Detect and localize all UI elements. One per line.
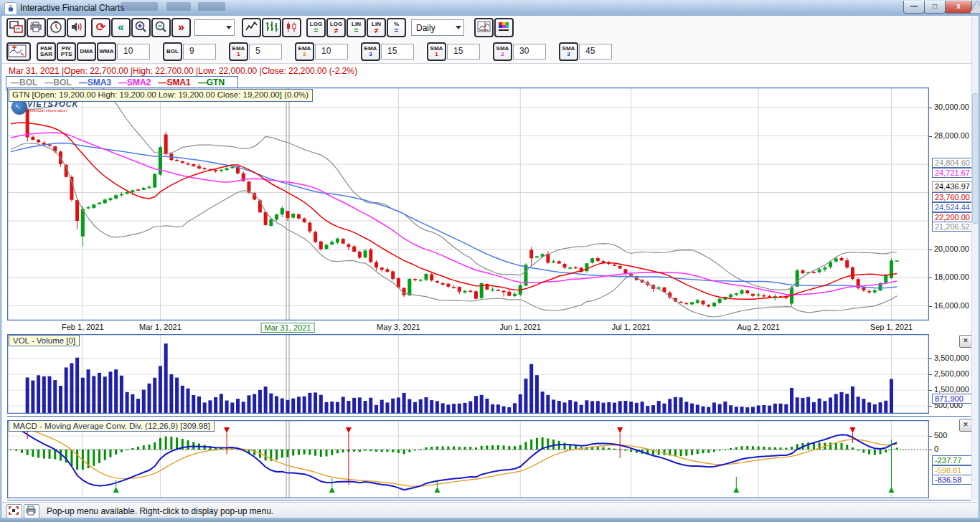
fast-back-button[interactable]: « — [111, 18, 131, 37]
indicator-pivpts-button[interactable]: PIVPTS — [57, 42, 76, 61]
volume-tick-label: 2,500,000 — [934, 369, 969, 378]
indicator-period-input[interactable]: 30 — [513, 44, 546, 60]
ohlc-info-text: Mar 31, 2021 |Open: 22,700.00 |High: 22,… — [9, 66, 357, 76]
ghost-menu-1 — [121, 2, 158, 11]
close-macd-panel-button[interactable]: ✕ — [959, 419, 972, 432]
volume-panel-label: VOL - Volume [0] — [9, 335, 80, 346]
macd-tick — [929, 450, 932, 450]
status-text: Pop-up menu available. Right-click to di… — [47, 506, 273, 516]
close-button[interactable]: x — [945, 1, 972, 14]
macd-tick-label: 0 — [934, 445, 938, 453]
symbol-dropdown[interactable] — [194, 19, 235, 36]
fullscreen-icon[interactable] — [6, 504, 22, 518]
x-axis-date-label: Feb 1, 2021 — [62, 323, 104, 331]
window-border-bottom — [0, 518, 980, 522]
indicator-period-input[interactable]: 45 — [579, 44, 612, 60]
timer-icon[interactable] — [47, 18, 66, 37]
legend-item-bol: —BOL — [11, 77, 37, 87]
price-tick — [929, 250, 932, 250]
indicator-bol-button[interactable]: BOL — [163, 42, 182, 61]
indicator-sma1-button[interactable]: SMA1 — [427, 42, 446, 61]
status-bar: Pop-up menu available. Right-click to di… — [2, 502, 978, 518]
x-axis-date-label: Sep 1, 2021 — [870, 323, 913, 331]
app-window: Interactive Financial Charts — □ x ⟳«»LO… — [0, 0, 980, 522]
ohlc-bars-button[interactable] — [262, 18, 281, 37]
sound-icon[interactable] — [67, 18, 86, 37]
legend-item-sma3: —SMA3 — [79, 77, 111, 87]
scale-log-eq-button[interactable]: LOG= — [306, 18, 326, 37]
legend-item-bol: —BOL — [44, 77, 71, 87]
macd-chart[interactable] — [7, 420, 929, 498]
indicator-period-input[interactable]: 15 — [447, 44, 480, 60]
fast-forward-button[interactable]: » — [171, 18, 191, 37]
volume-tick-label: 1,500,000 — [934, 385, 969, 394]
indicator-sma3-button[interactable]: SMA3 — [559, 42, 578, 61]
indicator-ema2-button[interactable]: EMA2 — [295, 42, 314, 61]
print-icon[interactable] — [24, 504, 39, 518]
indicator-period-input[interactable]: 15 — [381, 44, 414, 60]
indicator-period-input[interactable]: 10 — [117, 44, 150, 60]
x-axis-date-label: Aug 2, 2021 — [738, 323, 780, 331]
panel-separator-bottom — [7, 500, 971, 500]
minimize-button[interactable]: — — [903, 1, 925, 14]
price-tick — [929, 306, 932, 307]
gtn-tooltip: GTN [Open: 19,200.00 High: 19,200.00 Low… — [9, 89, 313, 102]
indicator-wma-button[interactable]: WMA — [97, 42, 116, 61]
price-tick — [929, 136, 932, 137]
indicator-ema3-button[interactable]: EMA3 — [361, 42, 380, 61]
volume-tick — [929, 359, 932, 359]
logo-subtitle: financial information — [29, 108, 67, 113]
scale-lin-eq-button[interactable]: LIN= — [347, 18, 366, 37]
panel-separator — [7, 416, 971, 417]
draw-study-button[interactable] — [6, 42, 31, 61]
main-toolbar: ⟳«»LOG=LOG≠LIN=LIN≠%=Daily — [2, 16, 978, 41]
scale-log-ne-button[interactable]: LOG≠ — [326, 18, 346, 37]
price-tick-label: 30,000.00 — [934, 103, 969, 111]
close-volume-panel-button[interactable]: ✕ — [959, 335, 972, 348]
refresh-button[interactable]: ⟳ — [91, 18, 110, 37]
candlesticks-button[interactable] — [282, 18, 301, 37]
macd-panel-label: MACD - Moving Average Conv. Div. (12,26,… — [9, 420, 215, 432]
indicator-period-input[interactable]: 5 — [249, 44, 282, 60]
x-axis-date-label: Jul 1, 2021 — [612, 323, 651, 331]
price-chart[interactable] — [7, 87, 929, 321]
x-axis-date-label: May 3, 2021 — [377, 323, 420, 331]
legend-item-gtn: —GTN — [198, 77, 225, 87]
print-icon[interactable] — [27, 18, 46, 37]
legend-item-sma2: —SMA2 — [118, 77, 151, 87]
indicator-period-input[interactable]: 10 — [315, 44, 348, 60]
line-chart-button[interactable] — [242, 18, 261, 37]
price-tick-label: 16,000.00 — [934, 301, 969, 310]
palette-button[interactable] — [494, 18, 514, 37]
volume-chart[interactable] — [7, 334, 929, 414]
window-chart-icon[interactable] — [6, 18, 26, 37]
indicator-ema1-button[interactable]: EMA1 — [229, 42, 248, 61]
cursor-chart-button[interactable] — [474, 18, 494, 37]
price-tick — [929, 108, 932, 108]
chevron-down-icon — [226, 26, 232, 29]
volume-tick — [929, 406, 932, 407]
indicator-period-input[interactable]: 9 — [183, 44, 216, 60]
indicator-dma-button[interactable]: DMA — [77, 42, 96, 61]
volume-tick-label: 3,500,000 — [934, 353, 969, 362]
macd-tick-label: 500 — [934, 431, 947, 440]
java-app-icon — [4, 2, 17, 15]
scale-lin-ne-button[interactable]: LIN≠ — [367, 18, 386, 37]
ghost-menu-3 — [198, 2, 225, 11]
warning-icon — [970, 1, 980, 13]
price-tick — [929, 277, 932, 278]
indicator-parsar-button[interactable]: PARSAR — [37, 42, 56, 61]
zoom-out-button[interactable] — [151, 18, 171, 37]
indicator-sma2-button[interactable]: SMA2 — [493, 42, 512, 61]
maximize-button[interactable]: □ — [924, 1, 946, 14]
zoom-in-button[interactable] — [131, 18, 151, 37]
x-axis-selected-date[interactable]: Mar 31, 2021 — [261, 323, 315, 333]
period-dropdown[interactable]: Daily — [411, 19, 464, 36]
ghost-menu-2 — [166, 2, 191, 11]
volume-tick — [929, 390, 932, 391]
chevron-down-icon — [456, 26, 461, 29]
window-title: Interactive Financial Charts — [20, 3, 124, 13]
volume-tick — [929, 374, 932, 375]
title-bar[interactable]: Interactive Financial Charts — □ x — [0, 0, 980, 16]
scale-%-eq-button[interactable]: %= — [387, 18, 406, 37]
